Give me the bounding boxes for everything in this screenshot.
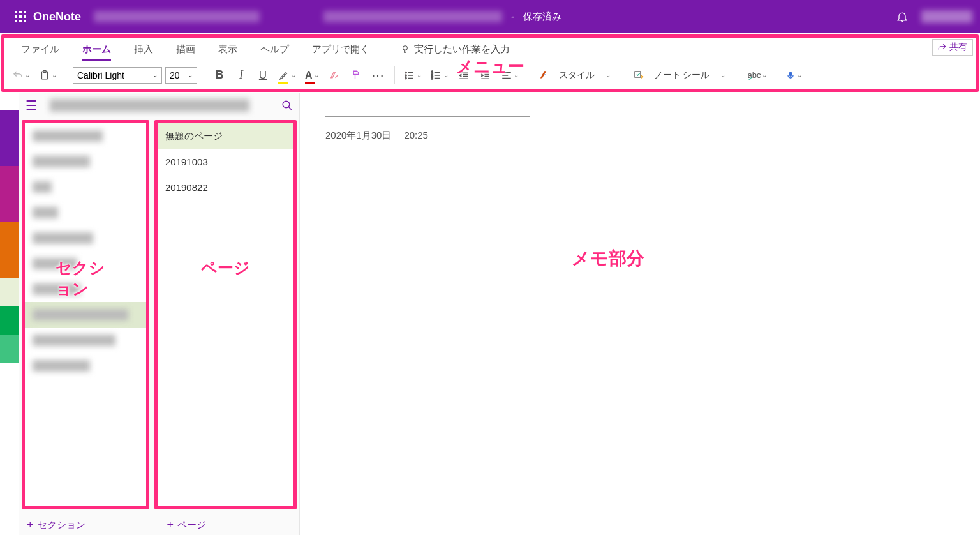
pages-panel: 無題のページ 20191003 20190822 ページ bbox=[154, 120, 297, 509]
section-item[interactable] bbox=[25, 328, 146, 353]
section-item-selected[interactable] bbox=[25, 302, 146, 328]
tags-button[interactable] bbox=[630, 65, 648, 86]
page-item-selected[interactable]: 無題のページ bbox=[158, 123, 293, 149]
format-painter-button[interactable] bbox=[347, 65, 365, 86]
svg-rect-35 bbox=[635, 72, 641, 77]
save-status: 保存済み bbox=[523, 11, 561, 23]
section-color-tab[interactable] bbox=[0, 110, 19, 138]
paste-button[interactable] bbox=[36, 65, 59, 86]
page-path-redacted bbox=[323, 11, 502, 22]
page-time: 20:25 bbox=[404, 130, 428, 140]
notebook-title-redacted bbox=[50, 99, 249, 112]
ribbon-tabs: ファイル ホーム 挿入 描画 表示 ヘルプ アプリで開く 実行したい作業を入力 … bbox=[4, 38, 976, 61]
numbered-list-button[interactable]: 123 bbox=[428, 65, 451, 86]
svg-point-37 bbox=[283, 101, 290, 108]
section-item[interactable] bbox=[25, 149, 146, 174]
title-separator: - bbox=[511, 11, 514, 22]
user-name-redacted[interactable] bbox=[921, 10, 972, 23]
font-name-value: Calibri Light bbox=[77, 70, 124, 80]
styles-dropdown[interactable] bbox=[598, 65, 616, 86]
title-bar: OneNote - 保存済み bbox=[0, 0, 980, 33]
section-color-tab[interactable] bbox=[0, 138, 19, 166]
page-date: 2020年1月30日 bbox=[325, 130, 391, 142]
section-color-tab[interactable] bbox=[0, 166, 19, 194]
svg-text:3: 3 bbox=[431, 76, 433, 80]
undo-button[interactable] bbox=[10, 65, 33, 86]
section-item[interactable] bbox=[25, 225, 146, 251]
content-area[interactable]: 2020年1月30日 20:25 メモ部分 bbox=[300, 93, 980, 535]
notifications-icon[interactable] bbox=[889, 10, 915, 23]
page-item[interactable]: 20191003 bbox=[158, 149, 293, 174]
tab-draw[interactable]: 描画 bbox=[165, 38, 207, 61]
section-item[interactable] bbox=[25, 123, 146, 149]
add-page-button[interactable]: ページ bbox=[160, 512, 300, 535]
section-color-strip bbox=[0, 93, 19, 535]
search-icon[interactable] bbox=[281, 100, 293, 111]
navigation-pane: ☰ セクション 無題のページ 20191003 bbox=[19, 93, 300, 535]
align-button[interactable] bbox=[498, 65, 521, 86]
add-section-button[interactable]: セクション bbox=[19, 512, 160, 535]
section-item[interactable] bbox=[25, 200, 146, 225]
app-name: OneNote bbox=[33, 10, 81, 24]
highlight-button[interactable] bbox=[276, 65, 299, 86]
section-item[interactable] bbox=[25, 276, 146, 302]
increase-indent-button[interactable] bbox=[477, 65, 494, 86]
bold-button[interactable]: B bbox=[211, 65, 228, 86]
section-item[interactable] bbox=[25, 353, 146, 379]
app-launcher-icon[interactable] bbox=[8, 11, 33, 22]
italic-button[interactable]: I bbox=[232, 65, 250, 86]
section-item[interactable] bbox=[25, 174, 146, 200]
tags-dropdown[interactable] bbox=[713, 65, 731, 86]
section-color-tab[interactable] bbox=[0, 194, 19, 222]
svg-rect-5 bbox=[24, 15, 26, 18]
more-formatting-button[interactable]: ⋯ bbox=[369, 65, 388, 86]
font-size-select[interactable]: 20⌄ bbox=[165, 67, 197, 84]
section-item[interactable] bbox=[25, 251, 146, 276]
hamburger-icon[interactable]: ☰ bbox=[26, 98, 37, 113]
svg-rect-0 bbox=[15, 11, 17, 13]
svg-rect-2 bbox=[24, 11, 26, 13]
toolbar: Calibri Light⌄ 20⌄ B I U A ⋯ 123 bbox=[4, 61, 976, 89]
svg-rect-1 bbox=[19, 11, 22, 13]
tab-home[interactable]: ホーム bbox=[71, 38, 122, 61]
section-color-tab[interactable] bbox=[0, 278, 19, 306]
tab-file[interactable]: ファイル bbox=[10, 38, 71, 61]
styles-label[interactable]: スタイル bbox=[559, 70, 595, 81]
decrease-indent-button[interactable] bbox=[455, 65, 473, 86]
section-color-tab[interactable] bbox=[0, 335, 19, 363]
svg-rect-7 bbox=[19, 20, 22, 22]
add-section-label: セクション bbox=[38, 519, 85, 531]
notebook-path-redacted bbox=[94, 11, 260, 22]
annotation-memo-label: メモ部分 bbox=[572, 246, 644, 271]
font-name-select[interactable]: Calibri Light⌄ bbox=[73, 67, 162, 84]
tab-help[interactable]: ヘルプ bbox=[249, 38, 301, 61]
clear-formatting-button[interactable] bbox=[325, 65, 343, 86]
tags-label[interactable]: ノート シール bbox=[654, 70, 710, 81]
tell-me-search[interactable]: 実行したい作業を入力 bbox=[400, 43, 510, 56]
tab-open-in-app[interactable]: アプリで開く bbox=[301, 38, 381, 61]
svg-line-38 bbox=[288, 107, 292, 110]
dictate-button[interactable] bbox=[783, 65, 805, 86]
share-label: 共有 bbox=[949, 41, 967, 53]
spellcheck-button[interactable]: abc ✓ bbox=[745, 65, 769, 86]
bullet-list-button[interactable] bbox=[401, 65, 424, 86]
page-title-underline bbox=[325, 116, 530, 117]
svg-rect-36 bbox=[789, 72, 792, 77]
nav-footer: セクション ページ bbox=[19, 512, 299, 535]
annotation-pages-label: ページ bbox=[201, 257, 250, 278]
tab-view[interactable]: 表示 bbox=[207, 38, 249, 61]
section-color-tab[interactable] bbox=[0, 250, 19, 278]
underline-button[interactable]: U bbox=[254, 65, 272, 86]
section-color-tab[interactable] bbox=[0, 222, 19, 250]
tab-insert[interactable]: 挿入 bbox=[122, 38, 165, 61]
main-region: ☰ セクション 無題のページ 20191003 bbox=[0, 93, 980, 535]
svg-point-14 bbox=[405, 74, 406, 75]
share-button[interactable]: 共有 bbox=[932, 39, 973, 56]
section-color-tab[interactable] bbox=[0, 306, 19, 335]
svg-point-12 bbox=[405, 72, 406, 73]
styles-button[interactable] bbox=[535, 65, 553, 86]
sections-panel: セクション bbox=[22, 120, 149, 509]
font-color-button[interactable]: A bbox=[302, 65, 322, 86]
page-item[interactable]: 20190822 bbox=[158, 174, 293, 200]
tell-me-label: 実行したい作業を入力 bbox=[414, 43, 510, 56]
